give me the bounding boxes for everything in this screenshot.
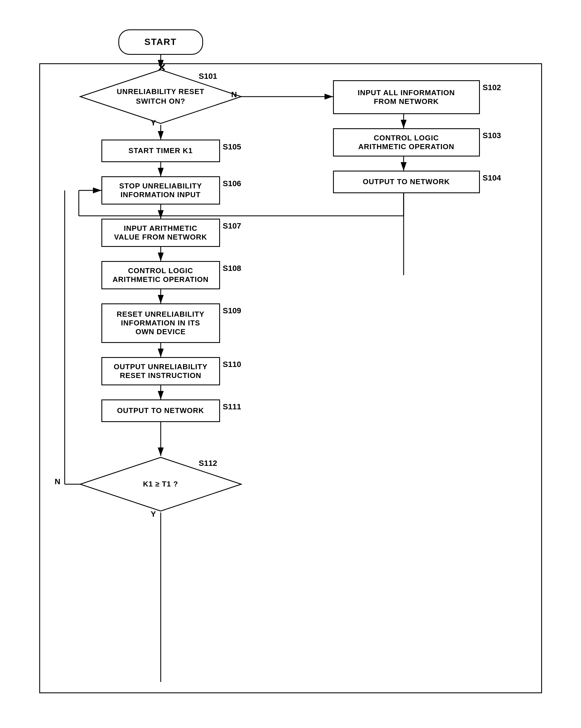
s112-y-label: Y [151,510,156,519]
s103-text: CONTROL LOGICARITHMETIC OPERATION [358,134,454,151]
s105-text: START TIMER K1 [129,146,193,155]
flowchart-page: START ✕ UNRELIABILITY RESETSWITCH ON? S1… [22,18,559,710]
s101-text: UNRELIABILITY RESETSWITCH ON? [117,87,204,106]
s110-label: S110 [223,360,241,369]
s102-box: INPUT ALL INFORMATIONFROM NETWORK [333,80,480,114]
s107-label: S107 [223,222,241,231]
s105-label: S105 [223,142,241,151]
s101-n-label: N [231,90,237,99]
s104-label: S104 [483,174,501,182]
s111-box: OUTPUT TO NETWORK [101,399,220,422]
start-label: START [144,37,177,47]
s102-label: S102 [483,83,501,92]
s101-y-label: Y [151,119,156,127]
s112-diamond: K1 ≥ T1 ? [79,456,243,513]
s109-text: RESET UNRELIABILITYINFORMATION IN ITSOWN… [117,310,205,336]
s101-diamond: UNRELIABILITY RESETSWITCH ON? [79,68,243,125]
s107-box: INPUT ARITHMETICVALUE FROM NETWORK [101,219,220,247]
s104-text: OUTPUT TO NETWORK [363,177,450,186]
s109-label: S109 [223,306,241,315]
s111-label: S111 [223,402,241,411]
s112-text: K1 ≥ T1 ? [143,479,178,489]
s103-label: S103 [483,131,501,140]
s109-box: RESET UNRELIABILITYINFORMATION IN ITSOWN… [101,304,220,343]
s112-n-label: N [55,477,60,486]
start-terminal: START [118,29,203,55]
s110-box: OUTPUT UNRELIABILITYRESET INSTRUCTION [101,357,220,385]
s112-label: S112 [199,459,217,468]
s103-box: CONTROL LOGICARITHMETIC OPERATION [333,128,480,156]
s107-text: INPUT ARITHMETICVALUE FROM NETWORK [114,224,207,241]
s102-text: INPUT ALL INFORMATIONFROM NETWORK [358,88,455,106]
s101-label: S101 [199,72,217,81]
s106-text: STOP UNRELIABILITYINFORMATION INPUT [119,182,202,199]
s108-label: S108 [223,264,241,273]
s108-text: CONTROL LOGICARITHMETIC OPERATION [112,266,208,284]
s106-box: STOP UNRELIABILITYINFORMATION INPUT [101,176,220,205]
s108-box: CONTROL LOGICARITHMETIC OPERATION [101,261,220,289]
s111-text: OUTPUT TO NETWORK [117,406,204,415]
s106-label: S106 [223,179,241,188]
s105-box: START TIMER K1 [101,139,220,162]
s104-box: OUTPUT TO NETWORK [333,171,480,193]
s110-text: OUTPUT UNRELIABILITYRESET INSTRUCTION [114,362,208,380]
